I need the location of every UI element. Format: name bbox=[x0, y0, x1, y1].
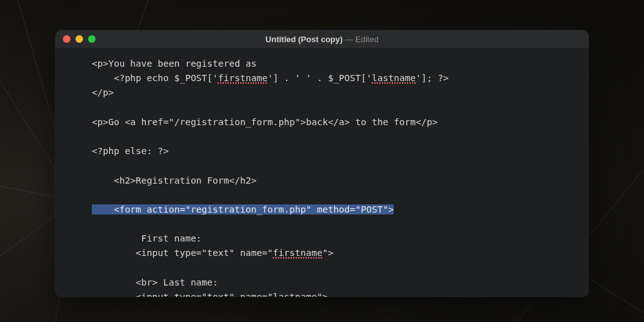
code-line: <p>Go <a href="/registration_form.php">b… bbox=[92, 117, 438, 127]
spell-firstname: firstname bbox=[218, 73, 268, 83]
code-line: <?php else: ?> bbox=[92, 146, 169, 156]
title-main: Untitled (Post copy) bbox=[265, 35, 343, 44]
code-line: First name: bbox=[92, 233, 202, 243]
zoom-icon[interactable] bbox=[88, 35, 96, 43]
code-line: <h2>Registration Form</h2> bbox=[92, 175, 257, 186]
spell-lastname: lastname bbox=[372, 73, 416, 83]
selected-line: <form action="registration_form.php" met… bbox=[92, 204, 394, 214]
code-line: </p> bbox=[92, 87, 114, 97]
titlebar[interactable]: Untitled (Post copy) — Edited bbox=[55, 30, 589, 48]
spell-firstname2: firstname bbox=[273, 248, 323, 258]
close-icon[interactable] bbox=[63, 35, 70, 43]
code-line: <br> Last name: bbox=[92, 277, 218, 287]
editor-window: Untitled (Post copy) — Edited <p>You hav… bbox=[55, 30, 589, 297]
code-line: <input type="text" name=" bbox=[92, 248, 273, 258]
code-line: <input type="text" name="lastname"> bbox=[92, 292, 328, 297]
code-line: <?php echo $_POST[' bbox=[92, 73, 218, 83]
window-title: Untitled (Post copy) — Edited bbox=[55, 35, 589, 44]
minimize-icon[interactable] bbox=[75, 35, 83, 43]
code-line: <p>You have been registered as bbox=[92, 58, 257, 69]
traffic-lights bbox=[55, 35, 96, 43]
title-sep: — bbox=[343, 35, 355, 44]
code-editor[interactable]: <p>You have been registered as <?php ech… bbox=[55, 48, 589, 297]
title-edited: Edited bbox=[355, 35, 379, 44]
